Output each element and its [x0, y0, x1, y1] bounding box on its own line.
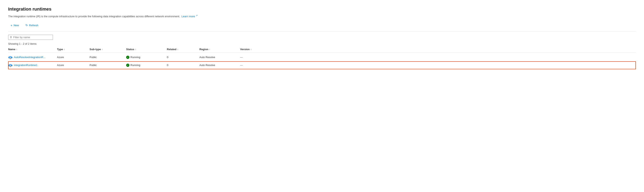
status-dot-1: ✓	[126, 64, 130, 67]
status-running-0: ✓ Running	[126, 56, 140, 59]
cell-status-1: ✓ Running	[126, 64, 167, 67]
filter-input-wrapper[interactable]: ⚲	[8, 35, 53, 40]
cell-subtype-0: Public	[90, 56, 126, 59]
sort-icon-status: ↕	[135, 48, 136, 50]
runtime-name-link-1[interactable]: integrationRuntime1	[14, 64, 38, 67]
cell-version-0: ---	[240, 56, 273, 59]
cell-version-1: ---	[240, 64, 273, 67]
cell-name-1: ⚙ integrationRuntime1	[8, 63, 57, 67]
cell-related-0: 0	[167, 56, 200, 59]
toolbar: + New ↻ Refresh	[8, 22, 636, 31]
cell-related-1: 0	[167, 64, 200, 67]
page-description: The integration runtime (IR) is the comp…	[8, 14, 636, 18]
refresh-icon: ↻	[26, 23, 28, 27]
sort-icon-name: ↕	[16, 48, 17, 50]
table-container: Name ↕ Type ↕ Sub-type ↕ Status ↕ Relate…	[8, 48, 636, 69]
col-header-status[interactable]: Status ↕	[126, 48, 167, 51]
page-title: Integration runtimes	[8, 6, 636, 12]
table-header: Name ↕ Type ↕ Sub-type ↕ Status ↕ Relate…	[8, 48, 636, 53]
sort-icon-region: ↕	[209, 48, 210, 50]
sort-icon-related: ↕	[177, 48, 178, 50]
cell-type-0: Azure	[57, 56, 90, 59]
showing-count: Showing 1 - 2 of 2 items	[8, 42, 636, 45]
learn-more-link[interactable]: Learn more ↗	[182, 15, 198, 18]
col-header-subtype[interactable]: Sub-type ↕	[90, 48, 126, 51]
cell-name-0: ⚙ AutoResolveIntegrationR...	[8, 55, 57, 59]
table-row[interactable]: ⚙ AutoResolveIntegrationR... Azure Publi…	[8, 53, 636, 61]
table-row[interactable]: ⚙ integrationRuntime1 Azure Public ✓ Run…	[8, 61, 636, 69]
cell-type-1: Azure	[57, 64, 90, 67]
runtime-name-link-0[interactable]: AutoResolveIntegrationR...	[14, 56, 46, 59]
filter-icon: ⚲	[10, 36, 12, 39]
cell-subtype-1: Public	[90, 64, 126, 67]
external-link-icon: ↗	[196, 14, 198, 17]
col-header-version[interactable]: Version ↕	[240, 48, 273, 51]
col-header-type[interactable]: Type ↕	[57, 48, 90, 51]
cell-region-0: Auto Resolve	[200, 56, 240, 59]
col-header-name[interactable]: Name ↕	[8, 48, 57, 51]
col-header-related[interactable]: Related ↕	[167, 48, 200, 51]
sort-icon-version: ↕	[250, 48, 252, 50]
filter-input[interactable]	[13, 36, 51, 39]
new-button-label: New	[14, 24, 19, 27]
status-dot-0: ✓	[126, 56, 130, 59]
status-running-1: ✓ Running	[126, 64, 140, 67]
cell-status-0: ✓ Running	[126, 56, 167, 59]
filter-section: ⚲	[8, 35, 636, 40]
sort-icon-type: ↕	[64, 48, 65, 50]
col-header-region[interactable]: Region ↕	[200, 48, 240, 51]
new-button[interactable]: + New	[8, 22, 21, 28]
cell-region-1: Auto Resolve	[200, 64, 240, 67]
integration-runtime-icon-1: ⚙	[8, 63, 12, 67]
refresh-button[interactable]: ↻ Refresh	[23, 22, 41, 28]
plus-icon: +	[10, 23, 12, 27]
sort-icon-subtype: ↕	[102, 48, 103, 50]
integration-runtime-icon: ⚙	[8, 55, 12, 59]
refresh-button-label: Refresh	[29, 24, 38, 27]
